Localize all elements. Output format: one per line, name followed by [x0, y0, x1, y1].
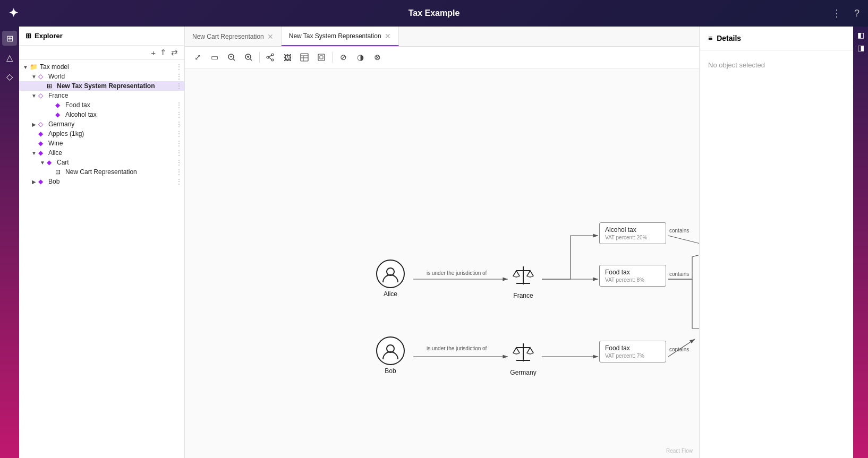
tree-label-germany: Germany [48, 120, 174, 128]
node-france[interactable]: France [509, 261, 538, 299]
tab-new-tax-system-rep[interactable]: New Tax System Representation ✕ [282, 27, 399, 46]
food-tax-france-title: Food tax [605, 269, 660, 276]
tree-more-new-cart-rep[interactable]: ⋮ [174, 168, 184, 176]
app-logo: ✦ [8, 6, 18, 20]
content-area: New Cart Representation ✕ New Tax System… [185, 27, 699, 458]
mask-button[interactable]: ⊘ [336, 50, 351, 65]
explorer-grid-icon: ⊞ [25, 32, 31, 40]
tree-label-food-tax: Food tax [65, 101, 174, 109]
explorer-title: Explorer [35, 32, 63, 40]
tab-close-new-cart-rep[interactable]: ✕ [267, 32, 274, 41]
image-button[interactable]: 🖼 [280, 50, 295, 65]
food-tax-germany-sublabel: VAT percent: 7% [605, 353, 660, 359]
diagram-canvas[interactable]: Alice Bob [185, 68, 699, 458]
fit-view-button[interactable]: ⤢ [190, 50, 205, 65]
node-alcohol-tax[interactable]: Alcohol tax VAT percent: 20% [599, 222, 666, 244]
explorer-toolbar: + ⇑ ⇄ [19, 46, 184, 60]
food-tax-germany-title: Food tax [605, 344, 660, 352]
right-icon-bar: ◧ ◨ [853, 27, 868, 458]
tree-label-new-cart-rep: New Cart Representation [65, 168, 174, 176]
svg-line-11 [269, 57, 271, 59]
toolbar-sep-2 [332, 52, 333, 63]
node-food-tax-france[interactable]: Food tax VAT percent: 8% [599, 265, 666, 287]
no-tool-button[interactable]: ⊗ [370, 50, 385, 65]
circle-half-button[interactable]: ◑ [353, 50, 368, 65]
details-menu-icon: ≡ [708, 34, 712, 42]
tree-item-wine[interactable]: ◆ Wine ⋮ [19, 139, 184, 148]
tree-more-bob[interactable]: ⋮ [174, 178, 184, 185]
react-flow-label: React Flow [666, 448, 693, 454]
germany-icon [509, 338, 538, 367]
tree-label-bob: Bob [48, 178, 174, 185]
alcohol-wine-contains: contains [669, 228, 689, 234]
tree-label-alice: Alice [48, 149, 174, 157]
france-icon [509, 261, 538, 290]
tree-more-alcohol-tax[interactable]: ⋮ [174, 111, 184, 118]
tree-label-new-tax-system-rep: New Tax System Representation [57, 82, 174, 90]
tree-item-alcohol-tax[interactable]: ◆ Alcohol tax ⋮ [19, 110, 184, 119]
tab-bar: New Cart Representation ✕ New Tax System… [185, 27, 699, 47]
explorer-nav-icon[interactable]: ⊞ [2, 31, 17, 46]
explorer-tree: ▼ 📁 Tax model ⋮ ▼ ◇ World ⋮ ⊞ New Tax Sy… [19, 60, 184, 458]
svg-rect-17 [320, 56, 323, 59]
svg-point-25 [387, 268, 394, 275]
topbar-help-icon[interactable]: ? [854, 8, 860, 19]
svg-rect-16 [318, 54, 325, 61]
tree-item-alice[interactable]: ▼ ◆ Alice ⋮ [19, 148, 184, 158]
sync-button[interactable]: ⇄ [171, 48, 178, 57]
diagram-toolbar: ⤢ ▭ 🖼 [185, 47, 699, 68]
alert-nav-icon[interactable]: △ [2, 50, 17, 65]
tree-label-alcohol-tax: Alcohol tax [65, 111, 174, 118]
alice-icon [376, 260, 405, 288]
sidebar-icon-bar: ⊞ △ ◇ [0, 27, 19, 458]
right-icon-1[interactable]: ◧ [857, 31, 864, 39]
zoom-in-button[interactable] [241, 50, 256, 65]
flow-svg [185, 68, 699, 458]
tree-item-new-cart-rep[interactable]: ⊡ New Cart Representation ⋮ [19, 167, 184, 177]
tree-item-france[interactable]: ▼ ◇ France [19, 91, 184, 100]
app-title: Tax Example [409, 8, 460, 18]
details-empty-message: No object selected [700, 50, 853, 80]
tree-more-germany[interactable]: ⋮ [174, 120, 184, 128]
tree-label-cart: Cart [57, 159, 174, 166]
add-button[interactable]: + [151, 48, 156, 57]
diamond-nav-icon[interactable]: ◇ [2, 69, 17, 84]
toolbar-sep-1 [259, 52, 260, 63]
tree-more-alice[interactable]: ⋮ [174, 149, 184, 157]
zoom-out-button[interactable] [224, 50, 239, 65]
tree-item-apples[interactable]: ◆ Apples (1kg) ⋮ [19, 129, 184, 139]
right-icon-2[interactable]: ◨ [857, 44, 864, 52]
tree-more-wine[interactable]: ⋮ [174, 140, 184, 147]
tree-label-apples: Apples (1kg) [48, 130, 174, 137]
svg-point-26 [387, 345, 394, 352]
share-button[interactable] [263, 50, 278, 65]
node-food-tax-germany[interactable]: Food tax VAT percent: 7% [599, 341, 666, 362]
topbar-menu-icon[interactable]: ⋮ [832, 7, 841, 19]
node-germany[interactable]: Germany [509, 338, 538, 376]
svg-point-7 [271, 54, 274, 56]
tree-more-world[interactable]: ⋮ [174, 73, 184, 80]
tree-more-cart[interactable]: ⋮ [174, 159, 184, 166]
tree-item-bob[interactable]: ▶ ◆ Bob ⋮ [19, 177, 184, 186]
tab-new-cart-rep[interactable]: New Cart Representation ✕ [185, 27, 282, 46]
tree-more-tax-model[interactable]: ⋮ [174, 63, 184, 71]
topbar: ✦ Tax Example ⋮ ? [0, 0, 868, 27]
tree-item-germany[interactable]: ▶ ◇ Germany ⋮ [19, 119, 184, 129]
tab-close-new-tax-system-rep[interactable]: ✕ [385, 32, 391, 40]
collapse-button[interactable]: ⇑ [160, 48, 167, 57]
tree-more-new-tax-system-rep[interactable]: ⋮ [174, 82, 184, 90]
rectangle-tool-button[interactable]: ▭ [207, 50, 222, 65]
node-bob[interactable]: Bob [376, 336, 405, 375]
tree-more-food-tax[interactable]: ⋮ [174, 101, 184, 109]
tree-item-new-tax-system-rep[interactable]: ⊞ New Tax System Representation ⋮ [19, 81, 184, 91]
main-area: ⊞ △ ◇ ⊞ Explorer + ⇑ ⇄ ▼ 📁 Tax model ⋮ [0, 27, 868, 458]
node-alice[interactable]: Alice [376, 260, 405, 298]
tree-item-world[interactable]: ▼ ◇ World ⋮ [19, 72, 184, 81]
tree-item-food-tax[interactable]: ◆ Food tax ⋮ [19, 100, 184, 110]
frame-button[interactable] [314, 50, 329, 65]
table-button[interactable] [297, 50, 312, 65]
tree-more-apples[interactable]: ⋮ [174, 130, 184, 137]
tree-item-tax-model[interactable]: ▼ 📁 Tax model ⋮ [19, 62, 184, 72]
tab-label-new-cart-rep: New Cart Representation [192, 33, 264, 40]
tree-item-cart[interactable]: ▼ ◆ Cart ⋮ [19, 158, 184, 167]
